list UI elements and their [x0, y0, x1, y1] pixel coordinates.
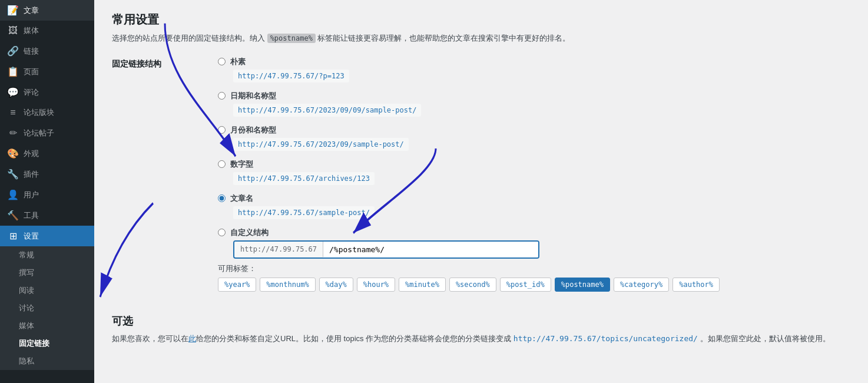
- option-custom-label: 自定义结构: [230, 227, 269, 238]
- radio-plain[interactable]: [218, 58, 226, 65]
- submenu-privacy[interactable]: 隐私: [0, 352, 94, 370]
- sidebar-item-users[interactable]: 👤 用户: [0, 184, 94, 205]
- sidebar-item-comments[interactable]: 💬 评论: [0, 82, 94, 103]
- main-content: 常用设置 选择您的站点所要使用的固定链接结构。纳入 %postname% 标签能…: [94, 0, 868, 383]
- postname-tag: %postname%: [267, 34, 316, 43]
- option-custom: 自定义结构 http://47.99.75.67 可用标签： %year% %m…: [218, 227, 850, 292]
- option-numeric-label: 数字型: [230, 159, 253, 170]
- submenu-media[interactable]: 媒体: [0, 317, 94, 335]
- forum-posts-icon: ✏: [7, 127, 19, 138]
- sidebar-item-pages[interactable]: 📋 页面: [0, 61, 94, 82]
- submenu-writing[interactable]: 撰写: [0, 264, 94, 282]
- sidebar-label-pages: 页面: [24, 67, 39, 77]
- page-title: 常用设置: [112, 12, 850, 28]
- sidebar-item-appearance[interactable]: 🎨 外观: [0, 143, 94, 164]
- tag-category[interactable]: %category%: [614, 278, 669, 292]
- sidebar-item-tools[interactable]: 🔨 工具: [0, 205, 94, 226]
- sidebar-label-appearance: 外观: [24, 148, 39, 159]
- option-date-name: 日期和名称型 http://47.99.75.67/2023/09/09/sam…: [218, 91, 850, 117]
- option-postname: 文章名 http://47.99.75.67/sample-post/: [218, 193, 850, 219]
- available-tags-label: 可用标签：: [218, 263, 850, 274]
- submenu-discussion[interactable]: 讨论: [0, 299, 94, 317]
- submenu-permalink[interactable]: 固定链接: [0, 335, 94, 352]
- radio-custom[interactable]: [218, 229, 226, 236]
- submenu-general[interactable]: 常规: [0, 246, 94, 264]
- radio-postname[interactable]: [218, 194, 226, 202]
- sidebar-label-settings: 设置: [24, 231, 39, 242]
- page-description: 选择您的站点所要使用的固定链接结构。纳入 %postname% 标签能让链接更容…: [112, 32, 850, 45]
- option-postname-label: 文章名: [230, 193, 253, 204]
- sidebar: 📝 文章 🖼 媒体 🔗 链接 📋 页面 💬 评论 ≡ 论坛版块 ✏ 论坛帖子 🎨…: [0, 0, 94, 383]
- sidebar-label-comments: 评论: [24, 87, 39, 98]
- optional-link[interactable]: 此: [188, 334, 196, 343]
- tag-post-id[interactable]: %post_id%: [500, 278, 551, 292]
- option-numeric: 数字型 http://47.99.75.67/archives/123: [218, 159, 850, 185]
- option-month-name-url: http://47.99.75.67/2023/09/sample-post/: [233, 138, 409, 151]
- radio-numeric[interactable]: [218, 160, 226, 168]
- links-icon: 🔗: [7, 45, 19, 57]
- pages-icon: 📋: [7, 66, 19, 77]
- custom-base-url: http://47.99.75.67: [234, 242, 323, 257]
- tag-minute[interactable]: %minute%: [399, 278, 446, 292]
- sidebar-label-tools: 工具: [24, 210, 39, 221]
- tags-row: %year% %monthnum% %day% %hour% %minute% …: [218, 278, 850, 292]
- example-url: http://47.99.75.67/topics/uncategorized/: [513, 334, 698, 343]
- sidebar-label-forum-posts: 论坛帖子: [24, 128, 54, 138]
- tag-monthnum[interactable]: %monthnum%: [260, 278, 315, 292]
- sidebar-item-links[interactable]: 🔗 链接: [0, 41, 94, 61]
- custom-structure-input[interactable]: [323, 242, 538, 257]
- tag-second[interactable]: %second%: [449, 278, 496, 292]
- comments-icon: 💬: [7, 87, 19, 98]
- sidebar-label-links: 链接: [24, 46, 39, 57]
- appearance-icon: 🎨: [7, 148, 19, 159]
- plugins-icon: 🔧: [7, 169, 19, 180]
- option-plain-url: http://47.99.75.67/?p=123: [233, 70, 349, 82]
- optional-desc: 如果您喜欢，您可以在此给您的分类和标签自定义URL。比如，使用 topics 作…: [112, 333, 850, 345]
- option-postname-url: http://47.99.75.67/sample-post/: [233, 206, 375, 219]
- option-plain-label: 朴素: [230, 57, 246, 67]
- permalink-structure-label: 固定链接结构: [112, 59, 194, 70]
- sidebar-label-article: 文章: [24, 5, 39, 16]
- settings-submenu: 常规 撰写 阅读 讨论 媒体 固定链接 隐私: [0, 246, 94, 370]
- radio-date-name[interactable]: [218, 92, 226, 100]
- tag-postname[interactable]: %postname%: [555, 278, 610, 292]
- option-month-name: 月份和名称型 http://47.99.75.67/2023/09/sample…: [218, 125, 850, 151]
- option-plain: 朴素 http://47.99.75.67/?p=123: [218, 57, 850, 82]
- tag-year[interactable]: %year%: [218, 278, 256, 292]
- sidebar-item-forum-posts[interactable]: ✏ 论坛帖子: [0, 123, 94, 143]
- users-icon: 👤: [7, 189, 19, 200]
- option-date-name-url: http://47.99.75.67/2023/09/09/sample-pos…: [233, 104, 421, 117]
- forum-blocks-icon: ≡: [7, 107, 19, 118]
- sidebar-label-users: 用户: [24, 190, 39, 200]
- option-numeric-url: http://47.99.75.67/archives/123: [233, 172, 375, 185]
- sidebar-item-article[interactable]: 📝 文章: [0, 0, 94, 21]
- sidebar-item-plugins[interactable]: 🔧 插件: [0, 164, 94, 184]
- article-icon: 📝: [7, 5, 19, 16]
- option-month-name-label: 月份和名称型: [230, 125, 276, 136]
- tag-hour[interactable]: %hour%: [357, 278, 395, 292]
- sidebar-label-plugins: 插件: [24, 169, 39, 180]
- sidebar-item-settings[interactable]: ⊞ 设置: [0, 226, 94, 246]
- tag-author[interactable]: %author%: [672, 278, 720, 292]
- sidebar-label-forum-blocks: 论坛版块: [24, 107, 54, 118]
- radio-month-name[interactable]: [218, 126, 226, 134]
- sidebar-item-media[interactable]: 🖼 媒体: [0, 21, 94, 41]
- tag-day[interactable]: %day%: [319, 278, 353, 292]
- media-icon: 🖼: [7, 25, 19, 36]
- option-date-name-label: 日期和名称型: [230, 91, 276, 101]
- custom-structure-row: http://47.99.75.67: [233, 240, 539, 259]
- sidebar-label-media: 媒体: [24, 25, 39, 36]
- sidebar-item-forum-blocks[interactable]: ≡ 论坛版块: [0, 103, 94, 123]
- settings-icon: ⊞: [7, 230, 19, 242]
- submenu-reading[interactable]: 阅读: [0, 282, 94, 299]
- optional-title: 可选: [112, 314, 850, 328]
- tools-icon: 🔨: [7, 210, 19, 221]
